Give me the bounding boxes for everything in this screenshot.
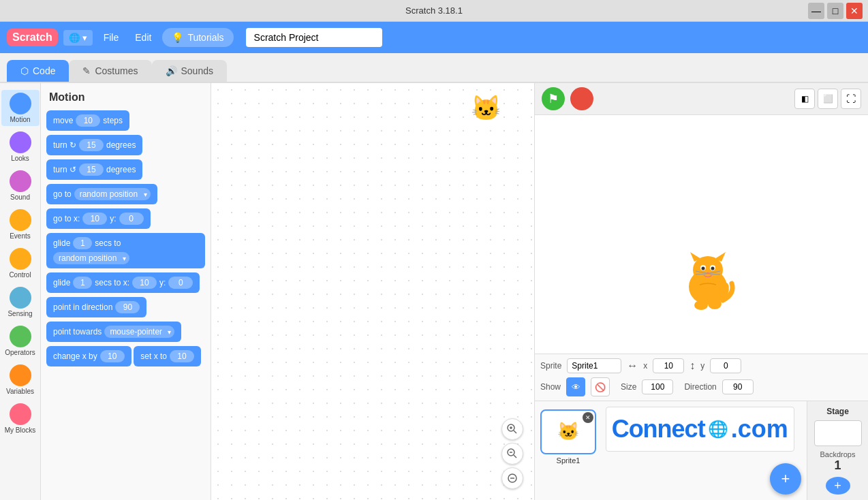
zoom-reset-button[interactable] xyxy=(501,467,523,489)
tabbar: ⬡ Code ✎ Costumes 🔊 Sounds xyxy=(0,53,868,83)
svg-point-18 xyxy=(707,272,709,275)
stop-button[interactable] xyxy=(570,87,593,110)
events-dot xyxy=(10,209,31,231)
hide-eye-button[interactable]: 🚫 xyxy=(591,377,610,396)
script-area[interactable]: 🐱 xyxy=(211,83,534,500)
tutorials-button[interactable]: 💡 Tutorials xyxy=(162,28,233,47)
tab-costumes[interactable]: ✎ Costumes xyxy=(69,60,151,82)
ad-banner: C onnect 🌐 .com xyxy=(606,407,794,452)
sprite-list-panel: ✕ 🐱 Sprite1 C onnect 🌐 .com + xyxy=(535,401,807,500)
arrow-y-icon: ↕ xyxy=(689,360,695,372)
goto-y-input[interactable] xyxy=(119,213,144,225)
main-layout: Motion Looks Sound Events Control Sensin… xyxy=(0,83,868,500)
operators-dot xyxy=(10,326,31,347)
glide1-dropdown-wrap: random position mouse-pointer xyxy=(53,252,129,264)
direction-label: Direction xyxy=(684,382,716,392)
code-icon: ⬡ xyxy=(20,65,29,76)
goto-dropdown-wrap: random position mouse-pointer xyxy=(74,188,151,200)
point-dir-input[interactable] xyxy=(115,301,140,313)
svg-point-16 xyxy=(702,267,705,270)
sprite-show-row: Show 👁 🚫 Size Direction xyxy=(540,377,863,396)
size-label: Size xyxy=(621,382,636,392)
minimize-button[interactable]: — xyxy=(808,3,824,19)
change-x-input[interactable] xyxy=(100,350,125,362)
point-towards-dropdown[interactable]: mouse-pointer Sprite1 xyxy=(104,326,174,338)
block-glide1[interactable]: glide secs to random position mouse-poin… xyxy=(46,233,205,268)
sidebar-item-sensing[interactable]: Sensing xyxy=(1,284,40,320)
glide2-x-input[interactable] xyxy=(132,277,157,289)
maximize-button[interactable]: □ xyxy=(827,3,843,19)
block-turn-cw[interactable]: turn ↻ degrees xyxy=(46,135,142,155)
sprite-y-input[interactable] xyxy=(710,358,741,373)
block-goto-xy[interactable]: go to x: y: xyxy=(46,208,151,229)
sidebar-item-events[interactable]: Events xyxy=(1,206,40,243)
lightbulb-icon: 💡 xyxy=(172,32,183,43)
goto-dropdown[interactable]: random position mouse-pointer xyxy=(74,188,151,200)
sprite-size-input[interactable] xyxy=(642,379,673,394)
glide1-dropdown[interactable]: random position mouse-pointer xyxy=(53,252,129,264)
block-glide2[interactable]: glide secs to x: y: xyxy=(46,272,200,293)
block-goto[interactable]: go to random position mouse-pointer xyxy=(46,184,157,204)
point-towards-dropdown-wrap: mouse-pointer Sprite1 xyxy=(104,326,174,338)
block-change-x[interactable]: change x by xyxy=(46,346,131,366)
zoom-controls xyxy=(501,418,523,489)
sidebar-item-variables[interactable]: Variables xyxy=(1,362,40,398)
sprite-direction-input[interactable] xyxy=(722,379,754,394)
sound-dot xyxy=(10,170,31,192)
sidebar-item-control[interactable]: Control xyxy=(1,245,40,281)
green-flag-button[interactable]: ⚑ xyxy=(542,87,565,110)
stage-side-panel: Stage Backdrops 1 + xyxy=(807,401,868,500)
stage-narrow-button[interactable]: ◧ xyxy=(794,89,815,109)
stage-playback: ⚑ xyxy=(542,87,593,110)
language-button[interactable]: 🌐 ▾ xyxy=(63,30,93,46)
sensing-dot xyxy=(10,287,31,309)
sprite-thumb-icon: 🐱 xyxy=(557,421,579,442)
stage-fullscreen-button[interactable]: ⛶ xyxy=(841,89,861,109)
sprite-name-input[interactable] xyxy=(567,358,621,373)
arrow-x-icon: ↔ xyxy=(627,360,638,372)
file-menu[interactable]: File xyxy=(98,29,125,46)
sidebar-item-motion[interactable]: Motion xyxy=(1,90,40,126)
sprite-label: Sprite xyxy=(540,361,561,371)
show-eye-button[interactable]: 👁 xyxy=(566,377,585,396)
sprite-delete-button[interactable]: ✕ xyxy=(583,412,593,423)
svg-point-24 xyxy=(708,298,722,309)
sprite-thumb-inner: ✕ 🐱 xyxy=(540,409,596,454)
set-x-input[interactable] xyxy=(170,350,194,362)
sidebar-item-myblocks[interactable]: My Blocks xyxy=(1,401,40,437)
add-sprite-button[interactable]: + xyxy=(770,463,801,495)
goto-x-input[interactable] xyxy=(82,213,107,225)
sprite-info-panel: Sprite ↔ x ↕ y Show 👁 🚫 Size Direction xyxy=(535,354,868,401)
close-button[interactable]: ✕ xyxy=(846,3,863,19)
block-move[interactable]: move steps xyxy=(46,110,129,131)
myblocks-dot xyxy=(10,403,31,425)
stage-wide-button[interactable]: ⬜ xyxy=(818,89,838,109)
glide1-time-input[interactable] xyxy=(73,237,92,249)
block-set-x[interactable]: set x to xyxy=(134,346,201,366)
svg-point-17 xyxy=(711,267,715,270)
zoom-in-button[interactable] xyxy=(501,418,523,440)
sidebar-item-looks[interactable]: Looks xyxy=(1,129,40,165)
sidebar: Motion Looks Sound Events Control Sensin… xyxy=(0,83,41,500)
stage-side-thumb[interactable] xyxy=(814,420,862,446)
svg-line-3 xyxy=(514,431,516,433)
turn-cw-input[interactable] xyxy=(79,139,104,151)
block-point-towards[interactable]: point towards mouse-pointer Sprite1 xyxy=(46,322,181,342)
block-turn-ccw[interactable]: turn ↺ degrees xyxy=(46,159,142,180)
tab-sounds[interactable]: 🔊 Sounds xyxy=(152,60,227,82)
sidebar-item-sound[interactable]: Sound xyxy=(1,168,40,204)
sprite-x-input[interactable] xyxy=(653,358,684,373)
turn-ccw-input[interactable] xyxy=(79,163,104,176)
glide2-y-input[interactable] xyxy=(168,277,193,289)
block-point-dir[interactable]: point in direction xyxy=(46,297,146,317)
add-backdrop-button[interactable]: + xyxy=(826,477,850,495)
glide2-time-input[interactable] xyxy=(73,277,92,289)
edit-menu[interactable]: Edit xyxy=(129,29,157,46)
move-steps-input[interactable] xyxy=(76,114,100,127)
sprite-thumbnail-sprite1[interactable]: ✕ 🐱 Sprite1 xyxy=(540,409,596,465)
project-name-input[interactable] xyxy=(246,28,382,47)
stage-side-title: Stage xyxy=(826,407,849,416)
sidebar-item-operators[interactable]: Operators xyxy=(1,323,40,359)
zoom-out-button[interactable] xyxy=(501,443,523,465)
tab-code[interactable]: ⬡ Code xyxy=(7,60,69,82)
